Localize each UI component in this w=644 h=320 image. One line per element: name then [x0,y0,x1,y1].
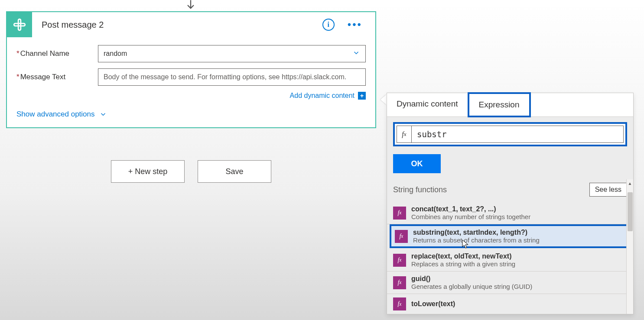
fx-icon: fx [397,126,412,142]
action-card: Post message 2 i ••• *Channel Name rando… [6,11,376,128]
fx-icon: fx [393,207,406,220]
add-dynamic-content-link[interactable]: Add dynamic content + [16,92,366,100]
chevron-down-icon [352,49,360,58]
fx-icon: fx [393,276,406,289]
card-header[interactable]: Post message 2 i ••• [7,12,375,37]
message-text-label: *Message Text [16,73,98,81]
svg-rect-2 [18,19,21,30]
channel-name-dropdown[interactable]: random [98,45,366,62]
panel-tabs: Dynamic content Expression [387,93,633,117]
scroll-up-icon[interactable]: ▲ [627,179,633,187]
new-step-button[interactable]: + New step [111,160,185,183]
function-item-substring[interactable]: fx substring(text, startIndex, length?) … [390,224,631,248]
save-button[interactable]: Save [198,160,271,183]
tab-dynamic-content[interactable]: Dynamic content [387,93,468,116]
message-text-input[interactable]: Body of the message to send. For formatt… [98,68,366,86]
slack-icon [7,12,32,37]
more-menu-icon[interactable]: ••• [348,19,371,31]
channel-name-label: *Channel Name [16,49,98,58]
fx-icon: fx [393,297,406,310]
tab-expression[interactable]: Expression [468,92,531,117]
expression-input-value: substr [412,129,452,139]
show-advanced-options[interactable]: Show advanced options [16,110,107,119]
function-item-tolower[interactable]: fx toLower(text) [387,294,633,314]
plus-icon: + [358,92,366,100]
channel-name-value: random [104,50,127,58]
ok-button[interactable]: OK [393,154,441,173]
fx-icon: fx [395,230,408,243]
info-icon[interactable]: i [322,19,335,31]
fx-icon: fx [393,254,406,267]
chevron-down-icon [99,110,107,118]
scrollbar[interactable]: ▲ [626,179,633,314]
card-title: Post message 2 [36,20,318,30]
expression-panel: Dynamic content Expression fx substr OK … [387,93,634,314]
expression-input[interactable]: fx substr [397,126,624,143]
function-item-guid[interactable]: fx guid() Generates a globally unique st… [387,272,633,294]
function-item-concat[interactable]: fx concat(text_1, text_2?, ...) Combines… [387,202,633,224]
function-item-replace[interactable]: fx replace(text, oldText, newText) Repla… [387,249,633,272]
function-list: String functions See less fx concat(text… [387,179,633,314]
expression-input-highlight: fx substr [393,122,627,146]
svg-rect-1 [14,23,25,26]
scroll-thumb[interactable] [628,192,633,231]
section-title-string-functions: String functions [393,185,447,194]
see-less-button[interactable]: See less [589,183,627,197]
